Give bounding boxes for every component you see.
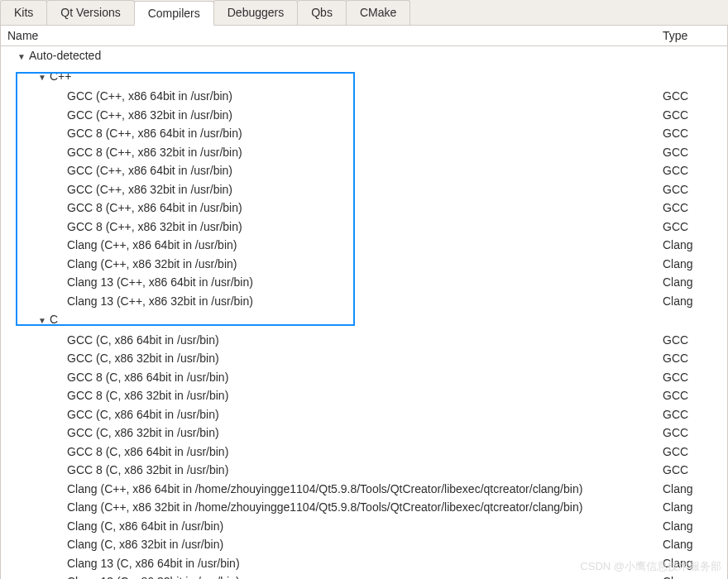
compiler-type: Clang	[663, 481, 721, 498]
compiler-name: Clang 13 (C++, x86 64bit in /usr/bin)	[67, 274, 663, 291]
chevron-down-icon: ▼	[38, 69, 50, 87]
compiler-row[interactable]: Clang (C++, x86 64bit in /home/zhouyingg…	[1, 480, 727, 499]
compiler-type: Clang	[663, 274, 721, 291]
compiler-name: GCC (C++, x86 32bit in /usr/bin)	[67, 107, 663, 124]
compiler-row[interactable]: GCC 8 (C++, x86 32bit in /usr/bin)GCC	[1, 218, 727, 237]
compilers-panel: Name Type ▼Auto-detected ▼C++ GCC (C++, …	[0, 26, 728, 579]
tab-debuggers[interactable]: Debuggers	[213, 0, 299, 25]
compiler-row[interactable]: GCC (C++, x86 64bit in /usr/bin)GCC	[1, 87, 727, 106]
compiler-name: GCC (C, x86 32bit in /usr/bin)	[67, 424, 663, 442]
compiler-name: GCC (C, x86 32bit in /usr/bin)	[67, 350, 663, 367]
compiler-type: Clang	[663, 256, 721, 273]
compiler-type: GCC	[663, 369, 721, 386]
compiler-name: GCC 8 (C++, x86 64bit in /usr/bin)	[67, 199, 663, 217]
compiler-row[interactable]: Clang 13 (C++, x86 64bit in /usr/bin)Cla…	[1, 273, 727, 292]
compiler-type: GCC	[663, 218, 721, 236]
compiler-name: Clang (C++, x86 32bit in /home/zhouyingg…	[67, 499, 663, 516]
compiler-type: GCC	[663, 424, 721, 442]
group-label: Auto-detected	[29, 49, 101, 62]
tree-group-cpp[interactable]: ▼C++	[1, 67, 727, 88]
compiler-type: Clang	[663, 237, 721, 254]
column-header-type[interactable]: Type	[663, 29, 721, 42]
compiler-row[interactable]: GCC 8 (C++, x86 64bit in /usr/bin)GCC	[1, 199, 727, 218]
compiler-type: GCC	[663, 387, 721, 404]
compiler-name: GCC (C++, x86 64bit in /usr/bin)	[67, 162, 663, 179]
group-label: C++	[50, 69, 71, 83]
compiler-type: Clang	[663, 555, 721, 572]
compiler-type: GCC	[663, 462, 721, 479]
compiler-name: Clang (C++, x86 64bit in /home/zhouyingg…	[67, 481, 663, 498]
compiler-type: GCC	[663, 107, 721, 124]
compiler-name: Clang 13 (C, x86 64bit in /usr/bin)	[67, 555, 663, 572]
compiler-name: GCC 8 (C, x86 32bit in /usr/bin)	[67, 387, 663, 404]
compiler-row[interactable]: Clang (C, x86 32bit in /usr/bin)Clang	[1, 535, 727, 554]
compiler-row[interactable]: Clang (C++, x86 32bit in /home/zhouyingg…	[1, 498, 727, 517]
compiler-row[interactable]: Clang 13 (C, x86 64bit in /usr/bin)Clang	[1, 554, 727, 573]
compiler-row[interactable]: GCC (C, x86 64bit in /usr/bin)GCC	[1, 405, 727, 424]
compiler-row[interactable]: GCC 8 (C, x86 64bit in /usr/bin)GCC	[1, 368, 727, 387]
compiler-name: Clang 13 (C++, x86 32bit in /usr/bin)	[67, 293, 663, 310]
tab-cmake[interactable]: CMake	[346, 0, 410, 25]
compiler-name: GCC 8 (C, x86 64bit in /usr/bin)	[67, 369, 663, 386]
compiler-name: Clang (C++, x86 64bit in /usr/bin)	[67, 237, 663, 254]
tab-compilers[interactable]: Compilers	[134, 1, 214, 26]
compiler-name: Clang (C++, x86 32bit in /usr/bin)	[67, 256, 663, 273]
compiler-row[interactable]: GCC (C++, x86 32bit in /usr/bin)GCC	[1, 106, 727, 125]
compiler-name: GCC 8 (C, x86 64bit in /usr/bin)	[67, 443, 663, 461]
compiler-row[interactable]: GCC 8 (C, x86 32bit in /usr/bin)GCC	[1, 461, 727, 480]
compiler-row[interactable]: GCC (C, x86 64bit in /usr/bin)GCC	[1, 331, 727, 350]
compiler-type: GCC	[663, 125, 721, 142]
compiler-type: GCC	[663, 181, 721, 199]
compiler-row[interactable]: GCC (C, x86 32bit in /usr/bin)GCC	[1, 349, 727, 368]
compiler-row[interactable]: Clang (C++, x86 32bit in /usr/bin)Clang	[1, 255, 727, 274]
compiler-name: Clang 13 (C, x86 32bit in /usr/bin)	[67, 573, 663, 579]
compiler-name: GCC (C, x86 64bit in /usr/bin)	[67, 332, 663, 349]
compiler-name: GCC (C, x86 64bit in /usr/bin)	[67, 406, 663, 423]
compiler-name: GCC 8 (C++, x86 64bit in /usr/bin)	[67, 125, 663, 142]
compiler-name: GCC (C++, x86 64bit in /usr/bin)	[67, 88, 663, 105]
compiler-name: Clang (C, x86 64bit in /usr/bin)	[67, 518, 663, 535]
compiler-row[interactable]: GCC 8 (C, x86 64bit in /usr/bin)GCC	[1, 443, 727, 462]
compiler-name: GCC 8 (C++, x86 32bit in /usr/bin)	[67, 144, 663, 161]
tree-group-auto-detected[interactable]: ▼Auto-detected	[1, 46, 727, 67]
compiler-type: GCC	[663, 332, 721, 349]
compiler-type: GCC	[663, 443, 721, 461]
tab-qbs[interactable]: Qbs	[297, 0, 347, 25]
compiler-row[interactable]: Clang (C, x86 64bit in /usr/bin)Clang	[1, 517, 727, 536]
chevron-down-icon: ▼	[38, 313, 50, 330]
compiler-row[interactable]: GCC 8 (C++, x86 64bit in /usr/bin)GCC	[1, 124, 727, 143]
compiler-row[interactable]: Clang 13 (C, x86 32bit in /usr/bin)Clang	[1, 572, 727, 579]
compiler-type: GCC	[663, 88, 721, 105]
tab-bar: KitsQt VersionsCompilersDebuggersQbsCMak…	[0, 0, 728, 26]
compiler-row[interactable]: GCC 8 (C++, x86 32bit in /usr/bin)GCC	[1, 143, 727, 162]
compiler-row[interactable]: GCC (C++, x86 64bit in /usr/bin)GCC	[1, 161, 727, 180]
compiler-type: GCC	[663, 144, 721, 161]
table-header: Name Type	[1, 26, 727, 46]
compiler-type: Clang	[663, 499, 721, 516]
compiler-type: Clang	[663, 293, 721, 310]
compiler-type: Clang	[663, 573, 721, 579]
compiler-type: GCC	[663, 199, 721, 217]
compiler-type: GCC	[663, 406, 721, 423]
compiler-name: GCC (C++, x86 32bit in /usr/bin)	[67, 181, 663, 199]
compiler-name: GCC 8 (C, x86 32bit in /usr/bin)	[67, 462, 663, 479]
compiler-row[interactable]: GCC (C++, x86 32bit in /usr/bin)GCC	[1, 180, 727, 199]
compiler-row[interactable]: GCC (C, x86 32bit in /usr/bin)GCC	[1, 423, 727, 443]
column-header-name[interactable]: Name	[7, 29, 663, 42]
compiler-type: Clang	[663, 536, 721, 553]
compiler-tree: ▼Auto-detected ▼C++ GCC (C++, x86 64bit …	[1, 46, 727, 579]
compiler-name: Clang (C, x86 32bit in /usr/bin)	[67, 536, 663, 553]
tab-qt-versions[interactable]: Qt Versions	[46, 0, 134, 25]
compiler-row[interactable]: Clang 13 (C++, x86 32bit in /usr/bin)Cla…	[1, 292, 727, 311]
tab-kits[interactable]: Kits	[0, 0, 47, 25]
compiler-type: GCC	[663, 350, 721, 367]
chevron-down-icon: ▼	[17, 49, 29, 66]
compiler-type: Clang	[663, 518, 721, 535]
tree-group-c[interactable]: ▼C	[1, 310, 727, 331]
group-label: C	[50, 313, 58, 326]
compiler-row[interactable]: GCC 8 (C, x86 32bit in /usr/bin)GCC	[1, 386, 727, 405]
compiler-type: GCC	[663, 162, 721, 179]
compiler-row[interactable]: Clang (C++, x86 64bit in /usr/bin)Clang	[1, 236, 727, 255]
compiler-name: GCC 8 (C++, x86 32bit in /usr/bin)	[67, 218, 663, 236]
